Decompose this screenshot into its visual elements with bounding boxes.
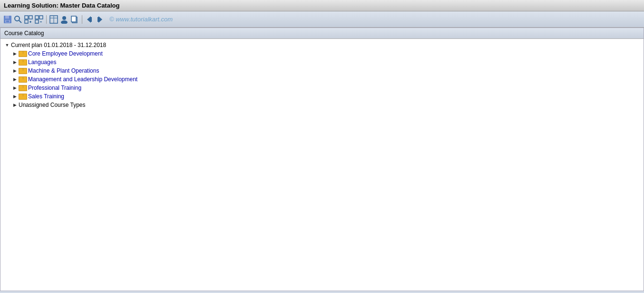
separator-2: [82, 15, 82, 24]
svg-marker-24: [98, 16, 102, 23]
toggle-languages[interactable]: ▶: [12, 59, 18, 65]
svg-marker-22: [87, 16, 91, 23]
person-icon[interactable]: [59, 15, 69, 24]
tree-item-core-employee[interactable]: ▶ Core Employee Development: [0, 49, 644, 58]
svg-rect-23: [90, 17, 92, 22]
svg-rect-13: [35, 20, 39, 23]
label-languages[interactable]: Languages: [28, 58, 56, 66]
svg-point-18: [62, 16, 66, 20]
root-toggle[interactable]: ▼: [4, 42, 10, 48]
label-machine-plant[interactable]: Machine & Plant Operations: [28, 67, 99, 75]
main-content: Course Catalog ▼ Current plan 01.01.2018…: [0, 28, 644, 291]
collapse-tree-icon[interactable]: [34, 15, 44, 24]
root-label: Current plan 01.01.2018 - 31.12.2018: [11, 41, 106, 49]
svg-rect-11: [35, 16, 39, 19]
tree-root-node[interactable]: ▼ Current plan 01.01.2018 - 31.12.2018: [0, 41, 644, 49]
svg-point-4: [15, 16, 20, 21]
svg-rect-3: [6, 20, 9, 22]
folder-icon-sales-training: [19, 94, 26, 100]
svg-rect-7: [29, 16, 32, 19]
folder-icon-management-leadership: [19, 76, 26, 83]
svg-rect-25: [98, 17, 99, 22]
folder-icon-machine-plant: [19, 68, 26, 74]
toggle-unassigned-course-types[interactable]: ▶: [12, 102, 18, 108]
label-sales-training[interactable]: Sales Training: [28, 93, 64, 100]
save-icon[interactable]: [3, 15, 12, 24]
tree-item-management-leadership[interactable]: ▶ Management and Leadership Development: [0, 75, 644, 84]
label-unassigned-course-types[interactable]: Unassigned Course Types: [19, 101, 86, 109]
tree-item-professional-training[interactable]: ▶ Professional Training: [0, 84, 644, 92]
app-title: Learning Solution: Master Data Catalog: [4, 2, 119, 9]
expand-tree-icon[interactable]: [24, 15, 33, 24]
svg-rect-8: [25, 20, 28, 23]
copy-icon[interactable]: [70, 15, 79, 24]
svg-rect-6: [25, 16, 28, 19]
svg-point-19: [61, 20, 68, 24]
tree-item-unassigned-course-types[interactable]: ▶ Unassigned Course Types: [0, 101, 644, 109]
svg-rect-12: [39, 16, 43, 19]
toggle-core-employee[interactable]: ▶: [12, 51, 18, 57]
section-header-label: Course Catalog: [4, 30, 44, 37]
svg-rect-1: [5, 16, 9, 19]
label-core-employee[interactable]: Core Employee Development: [28, 50, 103, 57]
toggle-machine-plant[interactable]: ▶: [12, 68, 18, 74]
tree-item-machine-plant[interactable]: ▶ Machine & Plant Operations: [0, 66, 644, 75]
folder-icon-professional-training: [19, 85, 26, 91]
toggle-sales-training[interactable]: ▶: [12, 94, 18, 99]
search-icon[interactable]: [13, 15, 23, 24]
nav-forward-icon[interactable]: [95, 15, 105, 24]
tree-item-sales-training[interactable]: ▶ Sales Training: [0, 92, 644, 101]
toggle-professional-training[interactable]: ▶: [12, 85, 18, 91]
table-icon[interactable]: [49, 15, 59, 24]
svg-rect-21: [71, 16, 76, 22]
tree-item-languages[interactable]: ▶ Languages: [0, 58, 644, 66]
separator-1: [46, 15, 47, 24]
watermark-text: © www.tutorialkart.com: [109, 16, 173, 23]
toolbar: © www.tutorialkart.com: [0, 11, 644, 28]
toggle-management-leadership[interactable]: ▶: [12, 76, 18, 82]
course-catalog-tree: ▼ Current plan 01.01.2018 - 31.12.2018 ▶…: [0, 39, 644, 111]
svg-line-5: [19, 20, 21, 23]
nav-back-icon[interactable]: [85, 15, 94, 24]
folder-icon-core-employee: [19, 51, 26, 57]
section-header: Course Catalog: [0, 28, 644, 39]
label-management-leadership[interactable]: Management and Leadership Development: [28, 76, 137, 83]
folder-icon-languages: [19, 59, 26, 66]
label-professional-training[interactable]: Professional Training: [28, 84, 81, 92]
title-bar: Learning Solution: Master Data Catalog: [0, 0, 644, 11]
